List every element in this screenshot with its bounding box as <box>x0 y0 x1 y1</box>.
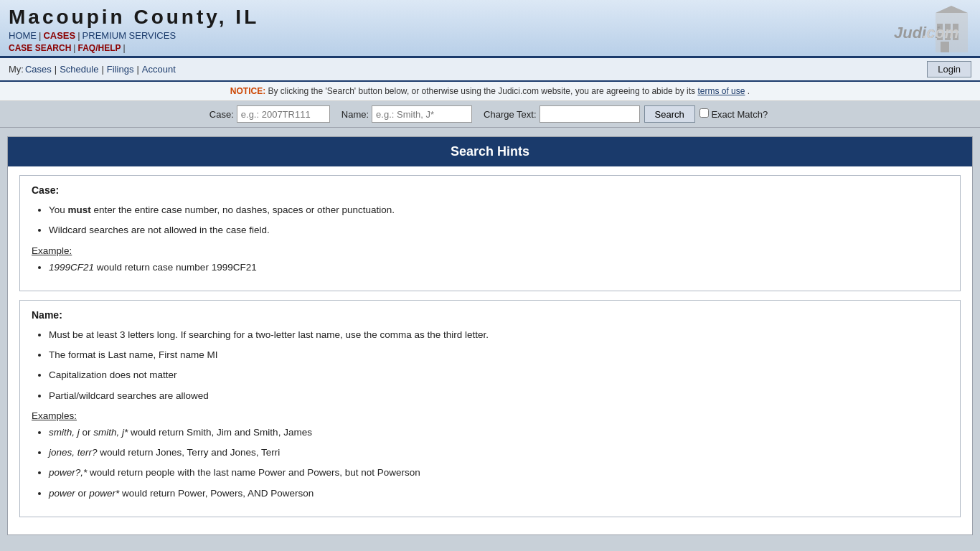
top-nav: HOME | CASES | PREMIUM SERVICES <box>9 30 259 41</box>
logo: Judici . com <box>892 6 971 56</box>
main-content: Search Hints Case: You must enter the en… <box>7 136 973 535</box>
my-label: My: <box>9 64 24 75</box>
charge-text-input[interactable] <box>540 105 640 123</box>
hints-body: Case: You must enter the entire case num… <box>8 166 972 534</box>
header-left: Macoupin County, IL HOME | CASES | PREMI… <box>9 6 259 56</box>
terms-link[interactable]: terms of use <box>697 86 745 96</box>
content-header: Search Hints <box>8 137 972 166</box>
case-bullets: You must enter the entire case number, n… <box>49 203 948 238</box>
nav-my-cases[interactable]: Cases <box>25 64 52 75</box>
nav-cases[interactable]: CASES <box>43 30 75 41</box>
name-input[interactable] <box>372 105 472 123</box>
case-bullet-2: Wildcard searches are not allowed in the… <box>49 223 948 237</box>
nav-premium[interactable]: PREMIUM SERVICES <box>83 30 176 41</box>
svg-marker-8 <box>936 6 968 13</box>
name-example-bullet-1: smith, j or smith, j* would return Smith… <box>49 425 948 440</box>
notice-label: NOTICE: <box>230 86 265 96</box>
charge-label: Charge Text: <box>484 109 536 120</box>
sub-sep1: | <box>73 43 75 53</box>
name-example-bullet-3: power?,* would return people with the la… <box>49 466 948 480</box>
search-button[interactable]: Search <box>644 105 695 123</box>
name-examples-label: Examples: <box>32 410 948 421</box>
case-input[interactable] <box>237 105 330 123</box>
notice-text: By clicking the 'Search' button below, o… <box>268 86 696 96</box>
name-example-bullets: smith, j or smith, j* would return Smith… <box>49 425 948 501</box>
case-label: Case: <box>209 109 234 120</box>
login-button[interactable]: Login <box>927 61 971 77</box>
sub-sep2: | <box>123 43 126 53</box>
name-section-heading: Name: <box>32 309 948 321</box>
sub-nav: CASE SEARCH | FAQ/HELP | <box>9 43 259 53</box>
svg-rect-7 <box>941 42 949 52</box>
secondary-nav: My: Cases | Schedule | Filings | Account… <box>0 58 980 82</box>
name-bullets: Must be at least 3 letters long. If sear… <box>49 328 948 403</box>
case-example-bullets: 1999CF21 would return case number 1999CF… <box>49 260 948 275</box>
nav-filings[interactable]: Filings <box>107 64 134 75</box>
sep2: | <box>77 30 80 41</box>
my-sep3: | <box>136 64 138 75</box>
name-example-bullet-2: jones, terr? would return Jones, Terry a… <box>49 446 948 460</box>
exact-match-text: Exact Match? <box>711 109 768 120</box>
search-bar: Case: Name: Charge Text: Search Exact Ma… <box>0 101 980 128</box>
page-header: Macoupin County, IL HOME | CASES | PREMI… <box>0 0 980 58</box>
notice-period: . <box>748 86 750 96</box>
my-sep2: | <box>101 64 103 75</box>
notice-bar: NOTICE: By clicking the 'Search' button … <box>0 82 980 101</box>
case-example-label: Example: <box>32 245 948 256</box>
nav-faq[interactable]: FAQ/HELP <box>77 43 121 53</box>
case-hints-section: Case: You must enter the entire case num… <box>19 175 961 291</box>
name-bullet-4: Partial/wildcard searches are allowed <box>49 389 948 403</box>
name-bullet-2: The format is Last name, First name MI <box>49 348 948 362</box>
nav-account[interactable]: Account <box>142 64 176 75</box>
my-links: My: Cases | Schedule | Filings | Account <box>9 64 176 75</box>
nav-schedule[interactable]: Schedule <box>60 64 98 75</box>
my-sep1: | <box>55 64 57 75</box>
case-section-heading: Case: <box>32 184 948 196</box>
site-title: Macoupin County, IL <box>9 6 259 29</box>
name-hints-section: Name: Must be at least 3 letters long. I… <box>19 300 961 517</box>
name-example-bullet-4: power or power* would return Power, Powe… <box>49 486 948 501</box>
sep1: | <box>39 30 41 41</box>
exact-match-label: Exact Match? <box>699 108 768 120</box>
nav-case-search[interactable]: CASE SEARCH <box>9 43 71 53</box>
case-bullet-1: You must enter the entire case number, n… <box>49 203 948 217</box>
name-bullet-3: Capitalization does not matter <box>49 368 948 382</box>
name-bullet-1: Must be at least 3 letters long. If sear… <box>49 328 948 342</box>
content-title: Search Hints <box>8 144 972 159</box>
svg-text:com: com <box>926 24 958 42</box>
exact-match-checkbox[interactable] <box>699 108 709 118</box>
name-label: Name: <box>341 109 369 120</box>
case-example-bullet-1: 1999CF21 would return case number 1999CF… <box>49 260 948 275</box>
nav-home[interactable]: HOME <box>9 30 37 41</box>
